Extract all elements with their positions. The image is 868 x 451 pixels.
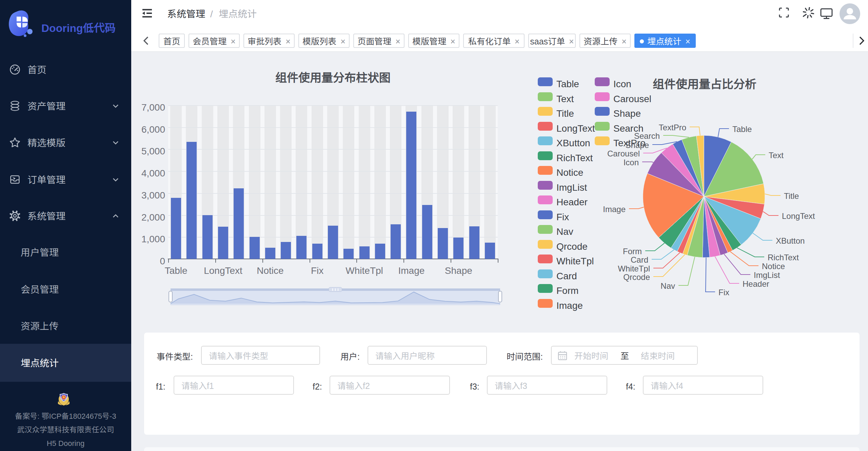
svg-text:TextPro: TextPro <box>659 121 686 133</box>
svg-text:Fix: Fix <box>718 286 729 298</box>
svg-text:Table: Table <box>732 123 752 134</box>
svg-text:Search: Search <box>634 129 660 141</box>
svg-text:LongText: LongText <box>782 209 815 221</box>
svg-text:Form: Form <box>623 245 642 257</box>
svg-text:XButton: XButton <box>776 234 805 246</box>
svg-text:Header: Header <box>743 277 769 289</box>
svg-text:Nav: Nav <box>660 279 675 291</box>
svg-text:Title: Title <box>784 189 799 201</box>
svg-text:Text: Text <box>769 149 784 161</box>
svg-text:Image: Image <box>603 203 626 214</box>
